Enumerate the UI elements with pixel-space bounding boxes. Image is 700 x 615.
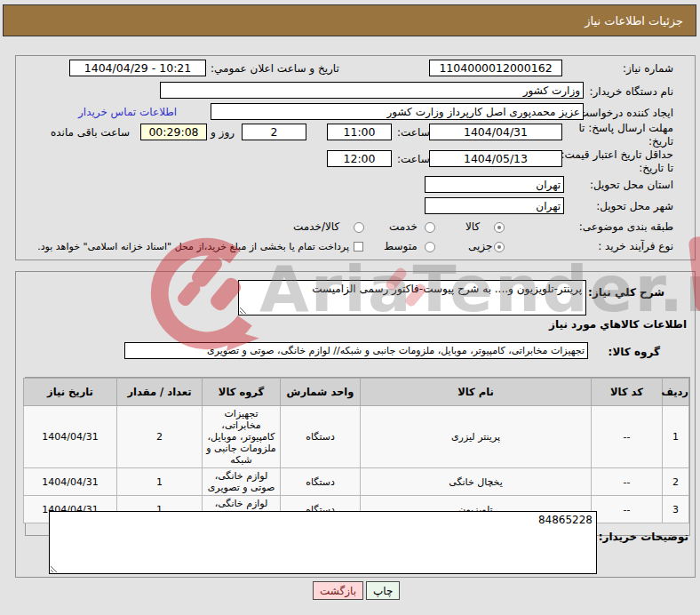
radio-minor[interactable]: [494, 242, 505, 252]
radio-goods-service-label: کالا/خدمت: [293, 220, 339, 233]
reply-deadline-time-field[interactable]: [327, 124, 392, 140]
table-header-cell: کد کالا: [592, 379, 663, 406]
reply-deadline-label: مهلت ارسال پاسخ: تا تاریخ:: [554, 122, 673, 148]
table-cell: 1: [663, 406, 689, 468]
table-cell: یخچال خانگی: [361, 468, 592, 496]
requester-field[interactable]: [211, 103, 584, 120]
table-header-row: ردیفکد کالانام کالاواحد شمارشگروه کالاتع…: [24, 379, 689, 406]
table-header-cell: واحد شمارش: [281, 379, 361, 406]
price-validity-hour-label: ساعت:: [397, 153, 430, 165]
radio-service-label: خدمت: [389, 220, 418, 233]
purchase-process-label: نوع فرآیند خرید :: [598, 240, 673, 252]
table-header-cell: نام کالا: [361, 379, 592, 406]
need-details-page: جزئیات اطلاعات نیاز شماره نیاز: تاریخ و …: [0, 0, 700, 615]
hours-remaining-label: ساعت باقی مانده: [51, 126, 130, 139]
price-validity-date-field[interactable]: [429, 150, 562, 167]
table-row: 2--یخچال خانگیدستگاهلوازم خانگی، صوتی و …: [24, 468, 689, 496]
table-cell: --: [592, 496, 663, 523]
table-cell: --: [592, 468, 663, 496]
table-row: 1--پرینتر لیزریدستگاهتجهیزات مخابراتی، ک…: [24, 406, 689, 468]
radio-goods[interactable]: [494, 222, 505, 233]
table-header-cell: تاریخ نیاز: [24, 379, 117, 406]
table-cell: لوازم خانگی، صوتی و تصویری: [203, 468, 281, 496]
radio-medium-label: متوسط: [384, 240, 418, 252]
subject-category-label: طبقه بندی موضوعی:: [579, 220, 673, 233]
buyer-notes-label: توضیحات خریدار:: [599, 531, 688, 543]
goods-table-body: 1--پرینتر لیزریدستگاهتجهیزات مخابراتی، ک…: [24, 406, 689, 523]
buyer-org-label: نام دستگاه خریدار:: [590, 85, 674, 98]
table-cell: پرینتر لیزری: [361, 406, 592, 468]
page-title: جزئیات اطلاعات نیاز: [585, 14, 683, 28]
countdown-timer-field[interactable]: [140, 124, 207, 140]
goods-group-field[interactable]: [124, 342, 588, 359]
table-cell: 3: [663, 496, 689, 523]
table-header-cell: ردیف: [663, 379, 689, 406]
goods-table: ردیفکد کالانام کالاواحد شمارشگروه کالاتع…: [23, 378, 689, 523]
table-cell: 2: [663, 468, 689, 496]
table-cell: دستگاه: [281, 468, 361, 496]
goods-table-head: ردیفکد کالانام کالاواحد شمارشگروه کالاتع…: [24, 379, 689, 406]
reply-deadline-date-field[interactable]: [429, 124, 562, 140]
announce-datetime-field[interactable]: [69, 60, 206, 76]
announce-datetime-label: تاریخ و ساعت اعلان عمومي:: [211, 62, 339, 75]
delivery-city-field[interactable]: [425, 197, 564, 214]
table-header-cell: تعداد / مقدار: [117, 379, 203, 406]
need-description-textarea[interactable]: پرینتر-تلویزیون و.... به شرح پیوست-فاکتو…: [238, 280, 586, 315]
goods-group-label: گروه کالا:: [609, 346, 660, 358]
remaining-days-field[interactable]: [242, 124, 306, 140]
table-cell: دستگاه: [281, 406, 361, 468]
price-validity-time-field[interactable]: [327, 150, 392, 167]
reply-deadline-hour-label: ساعت:: [397, 126, 430, 139]
price-validity-label: حداقل تاریخ اعتبار قیمت: تا تاریخ:: [554, 148, 673, 175]
buyer-notes-textarea[interactable]: 84865228: [49, 511, 597, 574]
buyer-org-field[interactable]: [160, 82, 584, 99]
delivery-city-label: شهر محل تحویل:: [596, 200, 673, 212]
delivery-province-label: استان محل تحویل:: [590, 179, 673, 191]
buyer-contact-link[interactable]: اطلاعات تماس خریدار: [78, 106, 177, 118]
radio-goods-label: کالا: [465, 220, 480, 233]
table-cell: 1404/04/31: [24, 406, 117, 468]
table-cell: 2: [117, 406, 203, 468]
table-header-cell: گروه کالا: [203, 379, 281, 406]
need-number-label: شماره نیاز:: [623, 62, 673, 75]
radio-service[interactable]: [425, 222, 435, 233]
need-description-label: شرح کلي نیاز:: [588, 286, 664, 299]
print-button[interactable]: چاپ: [366, 581, 400, 600]
radio-goods-service[interactable]: [354, 222, 364, 233]
radio-medium[interactable]: [425, 242, 435, 252]
delivery-province-field[interactable]: [425, 176, 564, 193]
table-cell: --: [592, 406, 663, 468]
need-number-field[interactable]: [429, 60, 562, 76]
table-cell: 1404/04/31: [24, 468, 117, 496]
days-and-label: روز و: [211, 126, 235, 139]
treasury-checkbox-label: پرداخت تمام یا بخشی از مبلغ خرید،از محل …: [22, 241, 349, 252]
requester-label: ایجاد کننده درخواست:: [575, 107, 673, 119]
goods-section-title: اطلاعات کالاهاي مورد نیاز: [549, 318, 687, 331]
table-cell: تجهیزات مخابراتی، کامپیوتر، موبایل، ملزو…: [203, 406, 281, 468]
radio-minor-label: جزیی: [468, 240, 492, 252]
treasury-checkbox[interactable]: [354, 242, 363, 252]
back-button[interactable]: بازگشت: [313, 581, 363, 600]
table-cell: 1: [117, 468, 203, 496]
page-title-bar: جزئیات اطلاعات نیاز: [3, 4, 696, 36]
